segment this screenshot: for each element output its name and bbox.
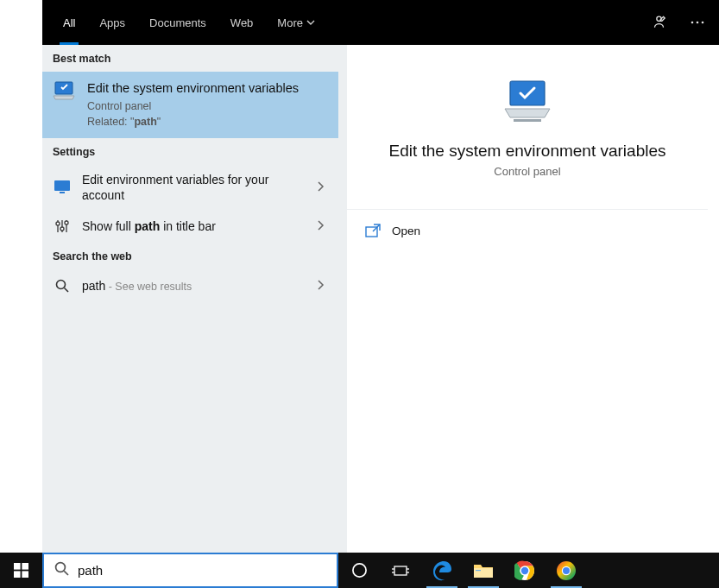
- sliders-icon: [53, 217, 72, 236]
- chrome-icon[interactable]: [504, 553, 546, 588]
- settings-item-0-label: Edit environment variables for your acco…: [82, 172, 302, 203]
- taskbar: [0, 553, 719, 588]
- best-match-body: Edit the system environment variables Co…: [87, 80, 299, 128]
- section-web: Search the web: [42, 243, 338, 269]
- chevron-down-icon: [306, 16, 315, 29]
- text: Edit environment variables for your acco…: [82, 173, 268, 202]
- monitor-icon: [53, 178, 72, 197]
- search-results-panel: Best match Edit the system environment v…: [42, 45, 338, 553]
- tabs: All Apps Documents Web More: [51, 0, 327, 45]
- best-match-related: Related: "path": [87, 116, 299, 128]
- svg-rect-6: [60, 192, 65, 193]
- svg-point-8: [56, 222, 60, 225]
- best-match-title: Edit the system environment variables: [87, 80, 299, 97]
- detail-subtitle: Control panel: [364, 165, 691, 178]
- tab-more-label: More: [277, 16, 303, 29]
- chevron-right-icon: [312, 279, 328, 293]
- svg-line-14: [65, 288, 69, 293]
- svg-point-10: [60, 227, 64, 231]
- svg-rect-19: [22, 563, 28, 570]
- detail-hero: Edit the system environment variables Co…: [347, 54, 708, 197]
- web-term: path: [82, 279, 105, 293]
- t1: Show full: [82, 219, 135, 233]
- web-suffix: - See web results: [105, 281, 192, 293]
- topbar-right: [648, 9, 710, 35]
- t2: path: [135, 219, 161, 233]
- taskbar-icons: [338, 553, 587, 588]
- start-button[interactable]: [0, 553, 42, 588]
- svg-point-34: [521, 566, 528, 573]
- tab-apps[interactable]: Apps: [87, 0, 137, 45]
- settings-item-1-label: Show full path in title bar: [82, 218, 302, 234]
- section-settings: Settings: [42, 138, 338, 165]
- t3: in title bar: [160, 219, 216, 233]
- web-search-label: path - See web results: [82, 278, 302, 294]
- web-search-item[interactable]: path - See web results: [42, 269, 338, 302]
- svg-rect-21: [22, 571, 28, 578]
- svg-point-1: [691, 22, 694, 24]
- tab-more[interactable]: More: [265, 0, 327, 45]
- svg-line-23: [64, 571, 68, 575]
- svg-rect-16: [514, 119, 541, 122]
- search-filter-tabs: All Apps Documents Web More: [42, 0, 719, 45]
- svg-rect-31: [476, 570, 481, 571]
- related-prefix: Related: ": [87, 116, 134, 128]
- settings-item-1[interactable]: Show full path in title bar: [42, 210, 338, 243]
- task-view-icon[interactable]: [380, 553, 421, 588]
- chrome-canary-icon[interactable]: [546, 553, 587, 588]
- svg-rect-20: [14, 571, 21, 578]
- svg-rect-25: [394, 566, 407, 575]
- section-best-match: Best match: [42, 45, 338, 72]
- detail-title: Edit the system environment variables: [364, 142, 691, 161]
- best-match-subtitle: Control panel: [87, 100, 299, 112]
- taskbar-search[interactable]: [42, 553, 338, 588]
- panel-gap: [338, 45, 347, 553]
- related-term: path: [134, 116, 156, 128]
- file-explorer-icon[interactable]: [463, 553, 504, 588]
- search-icon: [53, 276, 72, 295]
- options-icon[interactable]: [684, 9, 710, 35]
- edge-icon[interactable]: [421, 553, 463, 588]
- svg-point-12: [65, 221, 68, 224]
- svg-rect-18: [14, 563, 21, 570]
- svg-point-37: [563, 567, 570, 574]
- open-icon: [364, 222, 382, 239]
- svg-point-22: [56, 563, 66, 572]
- svg-point-2: [697, 22, 699, 24]
- search-input[interactable]: [78, 563, 330, 578]
- detail-panel: Edit the system environment variables Co…: [347, 54, 708, 553]
- tab-all[interactable]: All: [51, 0, 87, 45]
- chevron-right-icon: [312, 219, 328, 233]
- related-suffix: ": [157, 116, 161, 128]
- svg-point-24: [352, 564, 365, 577]
- open-action[interactable]: Open: [347, 210, 708, 251]
- best-match-result[interactable]: Edit the system environment variables Co…: [42, 72, 338, 138]
- tab-documents[interactable]: Documents: [137, 0, 218, 45]
- computer-settings-icon: [53, 80, 79, 106]
- feedback-icon[interactable]: [648, 9, 674, 35]
- tab-web[interactable]: Web: [218, 0, 266, 45]
- search-icon: [54, 561, 69, 579]
- settings-item-0[interactable]: Edit environment variables for your acco…: [42, 165, 338, 210]
- svg-rect-5: [54, 180, 70, 191]
- chevron-right-icon: [312, 180, 328, 194]
- computer-settings-icon: [501, 78, 553, 130]
- cortana-icon[interactable]: [338, 553, 380, 588]
- svg-point-13: [57, 281, 66, 289]
- svg-rect-30: [474, 568, 493, 578]
- open-label: Open: [392, 224, 420, 237]
- svg-point-3: [702, 22, 704, 24]
